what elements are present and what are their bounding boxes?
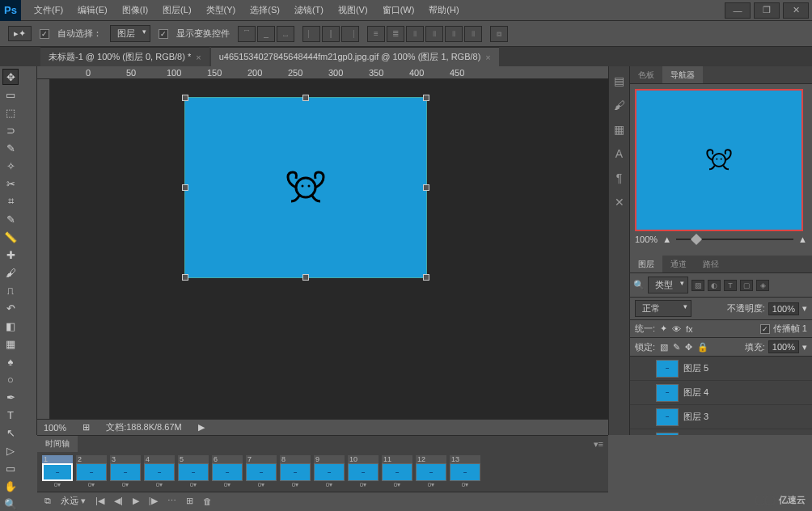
animation-frame[interactable]: 9~0▾ [314,455,345,488]
menu-filter[interactable]: 滤镜(T) [288,1,330,19]
zoom-level[interactable]: 100% [44,423,66,433]
transform-handle[interactable] [423,184,429,191]
dist-3-icon[interactable]: ⦀ [406,26,424,42]
animation-frame[interactable]: 10~0▾ [348,455,379,488]
menu-select[interactable]: 选择(S) [243,1,286,19]
animation-frame[interactable]: 6~0▾ [212,455,243,488]
layer-name[interactable]: 图层 3 [683,411,708,423]
filter-smart-icon[interactable]: ◈ [756,280,769,291]
menu-file[interactable]: 文件(F) [27,1,70,19]
animation-frame[interactable]: 8~0▾ [280,455,311,488]
3d-mode-icon[interactable]: ⧈ [490,26,508,42]
zoom-tool[interactable]: 🔍 [2,496,19,511]
layer-thumb[interactable]: ~ [656,360,679,378]
animation-frame[interactable]: 5~0▾ [178,455,209,488]
duplicate-frame-icon[interactable]: ⊞ [184,496,196,506]
animation-frame[interactable]: 7~0▾ [246,455,277,488]
animation-frame[interactable]: 2~0▾ [76,455,107,488]
properties-panel-icon[interactable]: ✕ [615,196,624,209]
tab-channels[interactable]: 通道 [662,256,695,272]
dist-1-icon[interactable]: ≡ [367,26,385,42]
layer-name[interactable]: 图层 4 [683,386,708,399]
layer-thumb[interactable]: ~ [656,433,679,436]
tab-navigator[interactable]: 导航器 [662,66,703,83]
hand-tool[interactable]: ✋ [2,478,19,494]
close-button[interactable]: ✕ [783,2,809,19]
timeline-menu-icon[interactable]: ▾≡ [589,439,608,450]
menu-type[interactable]: 类型(Y) [200,1,243,19]
stamp-tool[interactable]: ⎍ [2,282,19,298]
crop-tool[interactable]: ✂ [2,175,19,192]
animation-frame[interactable]: 4~0▾ [144,455,175,488]
delete-frame-icon[interactable]: 🗑 [201,496,214,506]
auto-select-dropdown[interactable]: 图层 [110,25,150,42]
filter-type-icon[interactable]: T [724,280,737,291]
blur-tool[interactable]: ♠ [2,353,19,370]
dist-6-icon[interactable]: ⦀ [464,26,482,42]
loop-dropdown[interactable]: 永远 ▾ [58,495,88,507]
dist-4-icon[interactable]: ⦀ [425,26,443,42]
lock-pixels-icon[interactable]: ▧ [660,342,668,353]
tool-preset-picker[interactable]: ▸✦ [8,26,32,41]
layer-row[interactable]: ~图层 3 [630,405,812,429]
brush-panel-icon[interactable]: 🖌 [614,99,625,112]
dodge-tool[interactable]: ○ [2,371,19,387]
eyedropper-tool[interactable]: ✎ [2,211,19,227]
swatches-panel-icon[interactable]: ▦ [614,123,624,136]
history-brush-tool[interactable]: ↶ [2,300,19,316]
align-left-icon[interactable]: ⎸ [302,26,320,42]
transform-handle[interactable] [182,184,188,191]
slice-tool[interactable]: ⌗ [2,193,19,209]
align-bottom-icon[interactable]: ⎵ [277,26,294,42]
next-frame-icon[interactable]: |▶ [146,496,160,506]
navigator-thumbnail[interactable] [635,89,803,231]
direct-select-tool[interactable]: ▷ [2,442,19,458]
marquee-tool[interactable]: ⬚ [2,104,19,120]
transform-handle[interactable] [182,95,188,101]
magic-wand-tool[interactable]: ✧ [2,158,19,174]
animation-frame[interactable]: 1~0▾ [42,455,73,488]
quick-select-tool[interactable]: ✎ [2,140,19,156]
layer-name[interactable]: 图层 5 [683,362,708,374]
tween-icon[interactable]: ⋯ [165,496,179,506]
first-frame-icon[interactable]: |◀ [93,496,107,506]
shape-tool[interactable]: ▭ [2,460,19,476]
animation-frame[interactable]: 3~0▾ [110,455,141,488]
tab-layers[interactable]: 图层 [630,256,662,272]
lock-position-icon[interactable]: ✎ [673,342,680,353]
fill-value[interactable]: 100% [768,340,799,353]
move-tool[interactable]: ✥ [2,69,19,85]
nav-icon[interactable]: ⊞ [82,422,90,433]
unify-position-icon[interactable]: ✦ [660,323,667,334]
close-icon[interactable]: × [196,53,201,62]
align-hmid-icon[interactable]: | [322,26,340,42]
dist-5-icon[interactable]: ⦀ [445,26,463,42]
path-select-tool[interactable]: ↖ [2,424,19,441]
ruler-tool[interactable]: 📏 [2,229,19,245]
gradient-tool[interactable]: ▦ [2,336,19,352]
tab-swatches[interactable]: 色板 [630,66,662,83]
auto-select-checkbox[interactable]: ✓ [40,29,49,39]
maximize-button[interactable]: ❐ [754,2,780,19]
lock-all-icon[interactable]: 🔒 [697,342,708,353]
align-right-icon[interactable]: ⎹ [341,26,359,42]
horizontal-ruler[interactable]: 050 100150 200250 300350 400450 [37,66,608,79]
zoom-out-icon[interactable]: ▲ [662,234,671,244]
transform-handle[interactable] [302,95,309,101]
animation-frame[interactable]: 12~0▾ [416,455,446,488]
filter-shape-icon[interactable]: ▢ [740,280,753,291]
type-tool[interactable]: T [2,407,19,423]
lock-move-icon[interactable]: ✥ [685,342,692,353]
play-icon[interactable]: ▶ [130,496,142,506]
layer-row[interactable]: ~图层 2 [630,429,812,435]
tab-paths[interactable]: 路径 [695,256,727,272]
canvas-viewport[interactable] [37,79,608,419]
unify-style-icon[interactable]: fx [686,324,693,334]
menu-help[interactable]: 帮助(H) [422,1,465,19]
minimize-button[interactable]: — [725,2,751,19]
propagate-checkbox[interactable]: ✓ [760,324,770,334]
history-panel-icon[interactable]: ▤ [614,74,624,87]
character-panel-icon[interactable]: A [615,147,623,160]
doc-tab-2[interactable]: u4651534027845648444fm21gp0.jpg.gif @ 10… [211,47,499,66]
animation-frame[interactable]: 11~0▾ [382,455,412,488]
